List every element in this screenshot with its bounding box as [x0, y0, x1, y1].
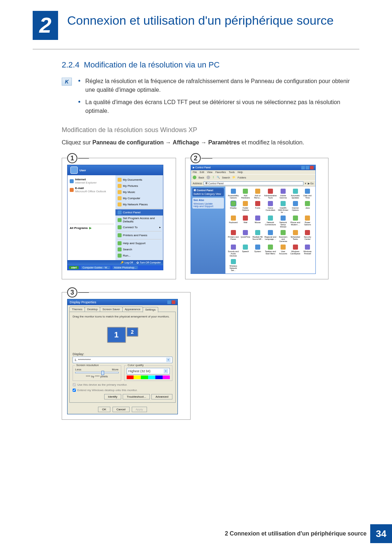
section-title: Modification de la résolution via un PC	[84, 60, 220, 70]
control-panel-item[interactable]: Java	[302, 201, 313, 213]
control-panel-item[interactable]: Taskbar and Start Menu	[264, 245, 277, 257]
up-icon[interactable]: ↥	[212, 176, 215, 179]
step-badge-1: 1	[67, 153, 77, 163]
control-panel-item[interactable]: Add or Remo...	[252, 189, 264, 199]
start-menu-item[interactable]: Control Panel	[115, 209, 163, 216]
control-panel-item[interactable]: Internet Options	[290, 201, 301, 213]
control-panel-item[interactable]: Network Setup Wizard	[277, 216, 289, 228]
control-panel-item[interactable]: Realtek HD Sound Eff...	[252, 230, 264, 242]
control-panel-item[interactable]: Add Hardware	[240, 189, 252, 199]
start-menu-item[interactable]: My Music	[115, 189, 163, 195]
go-button[interactable]: ▶ Go	[308, 182, 314, 185]
menu-item[interactable]: Help	[238, 171, 243, 173]
control-panel-item[interactable]: Windows Firewall	[302, 245, 313, 257]
close-icon[interactable]	[172, 300, 175, 304]
control-panel-item[interactable]: Scheduled Tasks	[290, 230, 301, 242]
advanced-button[interactable]: Advanced	[151, 394, 172, 399]
control-panel-item[interactable]: Security Center	[302, 230, 313, 242]
start-menu-item[interactable]: My Network Places	[115, 201, 163, 208]
identify-button[interactable]: Identify	[104, 394, 122, 399]
start-menu-item[interactable]: My Pictures	[115, 183, 163, 189]
control-panel-item[interactable]: QuickTime	[240, 230, 252, 242]
start-menu-item[interactable]: Run...	[115, 253, 163, 259]
slider-thumb[interactable]	[101, 371, 104, 375]
control-panel-item[interactable]: Intel(R) GMA Driver for ...	[277, 201, 289, 213]
start-menu-item[interactable]: Search	[115, 246, 163, 253]
monitor-1-icon[interactable]: 1	[107, 327, 126, 343]
chevron-down-icon[interactable]: ▾	[305, 182, 306, 185]
menu-item[interactable]: Edit	[200, 171, 204, 173]
control-panel-item[interactable]: Windows CardSpace	[290, 245, 301, 257]
tab-screen-saver[interactable]: Screen Saver	[100, 307, 122, 312]
control-panel-item[interactable]: Sounds and Audio Devices	[228, 245, 239, 257]
control-panel-item[interactable]: Folder Options	[240, 201, 252, 213]
control-panel-item[interactable]: Fonts	[252, 201, 264, 213]
control-panel-item[interactable]: Display	[228, 201, 239, 213]
primary-monitor-checkbox[interactable]: Use this device as the primary monitor.	[73, 383, 172, 386]
control-panel-item[interactable]: Mail	[240, 216, 252, 228]
control-panel-item[interactable]: Printers and Faxes	[228, 230, 239, 242]
control-panel-item[interactable]: Mouse	[252, 216, 264, 228]
monitor-2-icon[interactable]: 2	[127, 327, 138, 337]
start-menu-item[interactable]: Help and Support	[115, 240, 163, 246]
control-panel-item[interactable]: Phone and Modem ...	[290, 216, 301, 228]
control-panel-item[interactable]: Power Options	[302, 216, 313, 228]
control-panel-item[interactable]: Scanners and Cameras	[277, 230, 289, 242]
control-panel-item[interactable]: Accessibility Options	[228, 189, 239, 199]
folders-icon[interactable]: 📁	[232, 176, 236, 179]
taskbar-item[interactable]: Adobe Photoshop...	[113, 266, 138, 269]
control-panel-item[interactable]: Adobe Gamma	[277, 189, 289, 199]
turn-off-button[interactable]: ⏻ Turn Off Computer	[136, 261, 161, 264]
control-panel-item[interactable]: Regional and Language ...	[264, 230, 277, 242]
monitor-arrangement[interactable]: 1 2	[73, 320, 172, 349]
sidebar-link[interactable]: Windows Update	[193, 202, 223, 205]
start-menu-item[interactable]: My Computer	[115, 195, 163, 201]
back-icon[interactable]	[193, 176, 196, 179]
troubleshoot-button[interactable]: Troubleshoot...	[123, 394, 150, 399]
control-panel-item[interactable]: System	[252, 245, 264, 257]
apply-button[interactable]: Apply	[132, 407, 147, 412]
control-panel-item[interactable]: Date and Time	[302, 189, 313, 199]
tab-appearance[interactable]: Appearance	[122, 307, 143, 312]
display-select[interactable]: 1. ********** ▾	[73, 357, 172, 363]
control-panel-item[interactable]: Administrative Tools	[264, 189, 277, 199]
extend-desktop-checkbox[interactable]: Extend my Windows desktop onto this moni…	[73, 389, 172, 392]
control-panel-item[interactable]: Automatic Updates	[290, 189, 301, 199]
help-icon[interactable]	[167, 300, 171, 304]
start-button[interactable]: start	[69, 266, 79, 269]
menu-item[interactable]: File	[193, 171, 197, 173]
tab-themes[interactable]: Themes	[69, 307, 85, 312]
switch-view-link[interactable]: Switch to Category View	[193, 193, 223, 195]
color-quality-select[interactable]: Highest (32 bit) ▾	[127, 368, 170, 374]
forward-icon[interactable]	[207, 176, 210, 179]
ok-button[interactable]: OK	[98, 407, 110, 412]
close-icon[interactable]	[310, 166, 314, 169]
start-menu-item[interactable]: Printers and Faxes	[115, 232, 163, 238]
tab-desktop[interactable]: Desktop	[85, 307, 100, 312]
start-menu-item[interactable]: Set Program Access and Defaults	[115, 216, 163, 224]
menu-item[interactable]: Tools	[229, 171, 234, 173]
log-off-button[interactable]: 🔑 Log Off	[121, 261, 133, 264]
control-panel-item[interactable]: User Accounts	[277, 245, 289, 257]
sidebar-link[interactable]: Help and Support	[193, 205, 223, 208]
maximize-icon[interactable]	[306, 166, 309, 169]
taskbar-item[interactable]: Computer Guides - W...	[81, 266, 110, 269]
control-panel-item[interactable]: Game Controllers	[264, 201, 277, 213]
start-menu-item[interactable]: My Documents	[115, 177, 163, 183]
control-panel-item[interactable]: Wireless Network Set...	[228, 259, 239, 271]
menu-item[interactable]: View	[207, 171, 212, 173]
cancel-button[interactable]: Cancel	[113, 407, 130, 412]
tab-settings[interactable]: Settings	[143, 307, 158, 312]
start-menu-item[interactable]: Connect To▸	[115, 224, 163, 230]
menu-item[interactable]: Favorites	[215, 171, 226, 173]
start-menu-item-internet[interactable]: InternetInternet Explorer	[68, 177, 115, 185]
resolution-slider[interactable]	[75, 372, 119, 373]
address-input[interactable]: 🛠 Control Panel	[204, 181, 303, 185]
minimize-icon[interactable]	[301, 166, 305, 169]
start-menu-item-email[interactable]: E-mailMicrosoft Office Outlook	[68, 185, 115, 194]
control-panel-item[interactable]: Network Connections	[264, 216, 277, 228]
search-icon[interactable]: 🔍	[217, 176, 220, 179]
control-panel-item[interactable]: Keyboard	[228, 216, 239, 228]
control-panel-item[interactable]: Speech	[240, 245, 252, 257]
all-programs-button[interactable]: All Programs ▶	[68, 225, 115, 231]
